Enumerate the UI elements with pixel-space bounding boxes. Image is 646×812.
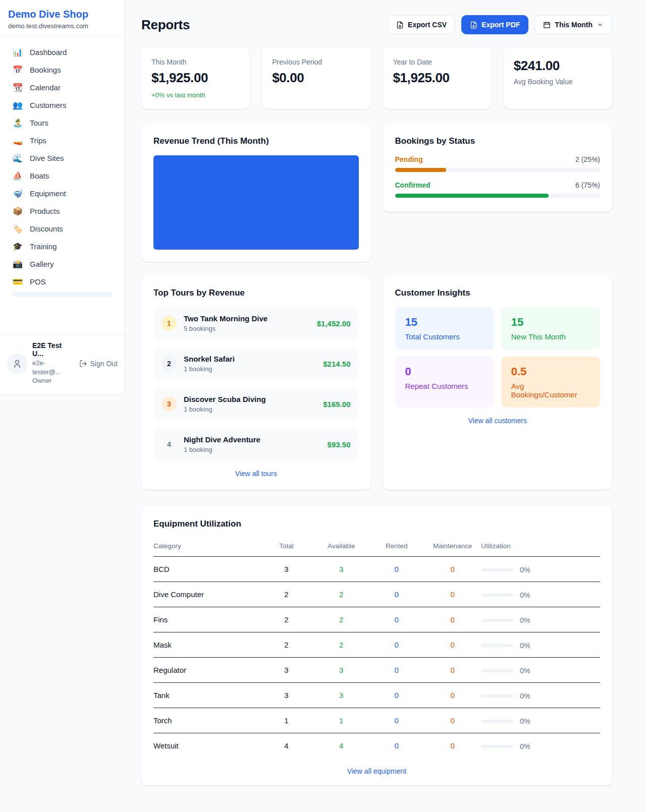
col-header-total: Total xyxy=(259,538,313,557)
cell-maintenance: 0 xyxy=(424,557,481,582)
stat-label: Previous Period xyxy=(272,58,360,66)
export-csv-button[interactable]: Export CSV xyxy=(388,15,455,34)
user-email: e2e-tester@... xyxy=(32,359,74,376)
cell-available: 2 xyxy=(313,607,369,632)
sidebar-item-partial-active[interactable] xyxy=(12,292,113,297)
equipment-utilization-card: Equipment Utilization Category Total Ava… xyxy=(141,506,612,785)
stat-card-year-to-date: Year to Date $1,925.00 xyxy=(383,47,492,109)
file-down-icon xyxy=(470,21,477,29)
revenue-trend-title: Revenue Trend (This Month) xyxy=(153,136,359,146)
tour-amount: $1,452.00 xyxy=(317,319,351,328)
stat-card-this-month: This Month $1,925.00 +0% vs last month xyxy=(141,47,250,109)
utilization-bar xyxy=(481,644,513,647)
insight-tile-avg-bookings: 0.5 Avg Bookings/Customer xyxy=(501,357,600,408)
tile-label: New This Month xyxy=(511,332,590,341)
cell-available: 3 xyxy=(313,683,369,708)
insight-grid: 15 Total Customers 15 New This Month 0 R… xyxy=(395,307,601,408)
customers-icon: 👥 xyxy=(13,101,23,109)
bookings-by-status-card: Bookings by Status Pending 2 (25%) Confi… xyxy=(383,124,613,212)
status-count: 6 (75%) xyxy=(575,181,600,189)
progress-fill xyxy=(395,168,447,172)
sidebar-item-label: Trips xyxy=(30,136,46,145)
pos-icon: 💳 xyxy=(13,278,23,286)
insights-row: Top Tours by Revenue 1 Two Tank Morning … xyxy=(141,276,612,490)
sidebar-item-calendar[interactable]: 📆 Calendar xyxy=(6,79,119,96)
sidebar-item-customers[interactable]: 👥 Customers xyxy=(6,96,119,114)
tour-bookings: 1 booking xyxy=(184,405,316,413)
sidebar-item-gallery[interactable]: 📸 Gallery xyxy=(6,255,119,273)
dive-sites-icon: 🌊 xyxy=(13,154,23,162)
brand-block: Demo Dive Shop demo.test.divestreams.com xyxy=(0,0,125,37)
cell-utilization: 0% xyxy=(481,607,600,632)
cell-available: 2 xyxy=(313,582,369,607)
user-role: Owner xyxy=(32,376,74,385)
dashboard-icon: 📊 xyxy=(13,48,23,56)
cell-rented: 0 xyxy=(369,632,424,658)
sign-out-label: Sign Out xyxy=(90,360,118,368)
utilization-pct: 0% xyxy=(520,667,530,675)
table-row: Torch 1 1 0 0 0% xyxy=(153,708,600,733)
utilization-bar xyxy=(481,568,513,571)
view-all-customers-link[interactable]: View all customers xyxy=(395,417,601,425)
tour-row: 3 Discover Scuba Diving 1 booking $165.0… xyxy=(153,388,359,420)
tour-amount: $93.50 xyxy=(328,440,351,449)
cell-maintenance: 0 xyxy=(424,708,481,733)
tour-list: 1 Two Tank Morning Dive 5 bookings $1,45… xyxy=(153,307,359,460)
sidebar-item-boats[interactable]: ⛵ Boats xyxy=(6,167,119,185)
sidebar-item-pos[interactable]: 💳 POS xyxy=(6,273,119,291)
sidebar-item-tours[interactable]: 🏝️ Tours xyxy=(6,114,119,132)
main-content: Reports Export CSV Export PDF This Month xyxy=(125,0,646,812)
customer-insights-title: Customer Insights xyxy=(395,288,601,298)
cell-rented: 0 xyxy=(369,557,424,582)
table-row: Fins 2 2 0 0 0% xyxy=(153,607,600,632)
export-pdf-button[interactable]: Export PDF xyxy=(461,15,528,34)
rank-badge: 1 xyxy=(162,316,177,331)
stat-delta: +0% vs last month xyxy=(151,91,240,99)
sidebar-item-equipment[interactable]: 🤿 Equipment xyxy=(6,185,119,202)
sidebar-item-discounts[interactable]: 🏷️ Discounts xyxy=(6,220,119,238)
cell-available: 4 xyxy=(313,733,369,759)
tour-bookings: 1 booking xyxy=(184,365,316,373)
tile-label: Avg Bookings/Customer xyxy=(511,382,590,399)
period-select[interactable]: This Month xyxy=(534,15,612,34)
cell-maintenance: 0 xyxy=(424,632,481,658)
export-csv-label: Export CSV xyxy=(408,21,447,29)
tour-amount: $165.00 xyxy=(323,400,350,409)
cell-rented: 0 xyxy=(369,582,424,607)
stat-label: Year to Date xyxy=(393,58,481,66)
tile-label: Total Customers xyxy=(405,332,484,341)
cell-category: Tank xyxy=(153,683,259,708)
insight-tile-new-this-month: 15 New This Month xyxy=(501,307,600,350)
chevron-down-icon xyxy=(597,21,604,28)
sidebar-item-trips[interactable]: 🚤 Trips xyxy=(6,132,119,149)
utilization-pct: 0% xyxy=(520,642,530,650)
sidebar-item-products[interactable]: 📦 Products xyxy=(6,202,119,220)
page-title: Reports xyxy=(141,17,190,33)
sidebar-item-label: Training xyxy=(30,242,57,251)
cell-total: 2 xyxy=(259,582,313,607)
view-all-equipment-link[interactable]: View all equipment xyxy=(153,767,600,775)
equipment-icon: 🤿 xyxy=(13,190,23,198)
cell-category: Mask xyxy=(153,632,259,658)
utilization-bar xyxy=(481,594,513,597)
sidebar-item-dashboard[interactable]: 📊 Dashboard xyxy=(6,43,119,61)
col-header-utilization: Utilization xyxy=(481,538,600,557)
view-all-tours-link[interactable]: View all tours xyxy=(153,470,359,478)
cell-maintenance: 0 xyxy=(424,733,481,759)
cell-maintenance: 0 xyxy=(424,607,481,632)
progress-fill xyxy=(395,194,549,198)
tour-name: Discover Scuba Diving xyxy=(184,395,316,403)
stat-value: $241.00 xyxy=(514,58,602,74)
sidebar-item-bookings[interactable]: 📅 Bookings xyxy=(6,61,119,79)
sidebar-item-dive-sites[interactable]: 🌊 Dive Sites xyxy=(6,149,119,167)
cell-available: 3 xyxy=(313,658,369,683)
user-info: E2E Test U... e2e-tester@... Owner xyxy=(32,341,74,385)
sidebar-item-label: Products xyxy=(30,207,60,215)
stats-grid: This Month $1,925.00 +0% vs last month P… xyxy=(141,47,612,109)
status-row-confirmed: Confirmed 6 (75%) xyxy=(395,181,601,198)
cell-utilization: 0% xyxy=(481,632,600,658)
sign-out-button[interactable]: Sign Out xyxy=(79,360,118,368)
bookings-icon: 📅 xyxy=(13,66,23,74)
sidebar-item-training[interactable]: 🎓 Training xyxy=(6,238,119,255)
sidebar-item-label: Tours xyxy=(30,119,48,127)
